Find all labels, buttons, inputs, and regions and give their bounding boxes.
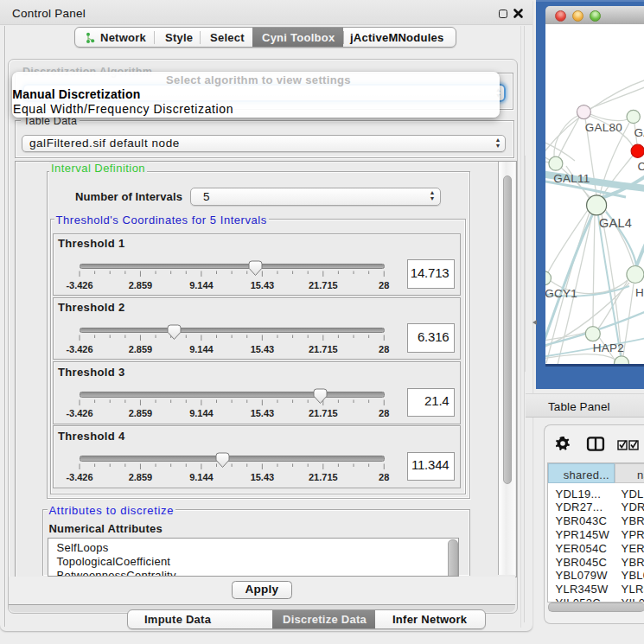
svg-text:CY: CY <box>638 160 644 173</box>
svg-text:H: H <box>635 286 644 299</box>
svg-text:GA: GA <box>634 126 644 139</box>
svg-text:GAL11: GAL11 <box>553 172 590 185</box>
svg-text:HAP2: HAP2 <box>593 341 624 354</box>
svg-text:GAL4: GAL4 <box>599 216 632 230</box>
svg-text:GAL80: GAL80 <box>585 121 622 134</box>
svg-text:GCY1: GCY1 <box>545 287 577 300</box>
